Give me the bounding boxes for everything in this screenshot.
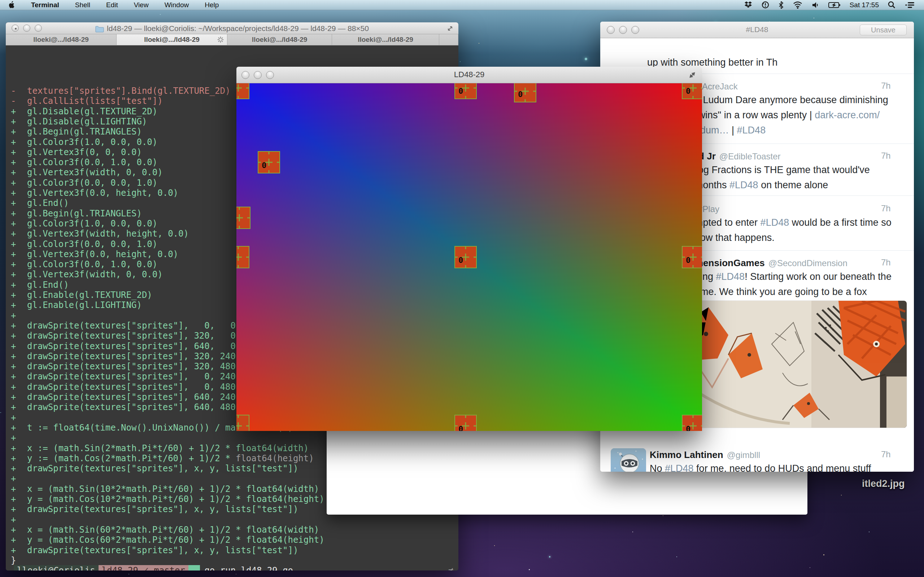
diff-code: drawSprite(textures["sprites"], x, y, li… xyxy=(27,463,298,474)
apple-icon xyxy=(8,1,15,9)
diff-marker: + xyxy=(11,249,27,259)
tweet-link[interactable]: #LD48 xyxy=(665,463,694,472)
notification-center-icon[interactable] xyxy=(900,0,919,10)
diff-marker: + xyxy=(11,259,27,269)
tweet-avatar-robot[interactable] xyxy=(611,448,646,472)
diff-marker: + xyxy=(11,229,27,239)
bluetooth-icon[interactable] xyxy=(774,0,788,10)
star xyxy=(809,567,810,568)
diff-marker: + xyxy=(11,545,27,555)
star xyxy=(663,515,663,516)
terminal-tab[interactable]: lloeki@.../ld48-29 xyxy=(6,34,116,45)
tweet-link[interactable]: #LD48 xyxy=(729,180,758,190)
sync-alert-icon[interactable] xyxy=(757,0,774,10)
terminal-window-title: ld48-29 — lloeki@Coriolis: ~/Workspace/p… xyxy=(6,24,459,34)
diff-code: gl.Vertex3f(width, height, 0.0) xyxy=(27,229,189,239)
app-menu-terminal[interactable]: Terminal xyxy=(23,0,67,10)
resize-icon[interactable] xyxy=(447,25,453,33)
tweet-link[interactable]: #LD48 xyxy=(761,217,789,228)
desktop-file-label[interactable]: itled2.jpg xyxy=(862,478,905,489)
unsave-button[interactable]: Unsave xyxy=(860,24,907,35)
tweet-text: on theme alone xyxy=(758,180,828,190)
tweet-photo-fox-sketches[interactable] xyxy=(674,301,907,428)
prompt-right-symbol: ≠ xyxy=(448,566,453,571)
star xyxy=(549,556,551,558)
menu-clock[interactable]: Sat 17:55 xyxy=(845,0,883,10)
tweet-link[interactable]: #LD48 xyxy=(716,271,745,282)
svg-text:0: 0 xyxy=(459,424,463,431)
svg-text:0: 0 xyxy=(262,161,267,170)
diff-code: gl.Enable(gl.TEXTURE_2D) xyxy=(27,290,152,300)
diff-marker: + xyxy=(11,453,27,463)
diff-code: y = (math.Cos(60*2*math.Pi*t/60) + 1)/2 … xyxy=(27,535,325,545)
diff-code: gl.End() xyxy=(27,198,69,208)
diff-marker: + xyxy=(11,433,27,443)
star xyxy=(494,545,495,546)
folder-icon xyxy=(95,26,104,34)
terminal-tab[interactable]: lloeki@.../ld48-29 xyxy=(332,34,439,45)
diff-code: textures["sprites"].Bind(gl.TEXTURE_2D) xyxy=(27,86,231,96)
svg-text:0: 0 xyxy=(686,424,690,431)
gl-sprite: 0 xyxy=(682,246,702,268)
tweet-author-name[interactable]: Kimmo Lahtinen xyxy=(650,449,723,460)
prompt-command[interactable]: go run ld48-29.go xyxy=(200,565,296,571)
tweet-author-handle[interactable]: @gimblll xyxy=(727,450,760,460)
tweet-author-name[interactable]: mensionGames xyxy=(695,258,765,268)
terminal-tab-label: lloeki@.../ld48-29 xyxy=(252,36,307,44)
star xyxy=(677,556,677,557)
tweet-link[interactable]: dark-acre.com/ xyxy=(815,110,880,121)
tweet-text: ! Starting work on our beneath the xyxy=(745,271,892,282)
tweet-timestamp: 7h xyxy=(881,258,891,268)
battery-icon[interactable] xyxy=(824,0,845,10)
diff-marker: + xyxy=(11,311,27,321)
star xyxy=(632,532,633,532)
diff-code: gl.Disable(gl.LIGHTING) xyxy=(27,116,147,127)
volume-icon[interactable] xyxy=(807,0,824,10)
diff-marker: + xyxy=(11,371,27,382)
star xyxy=(160,14,161,15)
diff-code: gl.Vertex3f(width, 0, 0.0) xyxy=(27,269,163,279)
diff-marker: + xyxy=(11,351,27,361)
menu-shell[interactable]: Shell xyxy=(67,0,98,10)
terminal-tab[interactable] xyxy=(439,34,459,45)
svg-text:0: 0 xyxy=(686,87,690,95)
wifi-icon[interactable] xyxy=(788,0,807,10)
terminal-tab-label: lloeki@.../ld48-29 xyxy=(33,36,89,44)
diff-marker: + xyxy=(11,525,27,535)
resize-icon[interactable] xyxy=(688,71,696,81)
apple-menu[interactable] xyxy=(0,0,23,10)
diff-marker: + xyxy=(11,515,27,525)
star xyxy=(529,569,530,570)
menu-window[interactable]: Window xyxy=(157,0,197,10)
diff-marker: + xyxy=(11,321,27,331)
tweet-author-handle[interactable]: @SecondDimension xyxy=(769,258,848,268)
diff-code: drawSprite(textures["sprites"], x, y, li… xyxy=(27,545,298,555)
diff-marker: + xyxy=(11,494,27,504)
gl-sprite: 0 xyxy=(236,415,249,431)
diff-code: gl.Begin(gl.TRIANGLES) xyxy=(27,127,142,137)
dropbox-icon[interactable] xyxy=(740,0,757,10)
diff-marker: + xyxy=(11,147,27,157)
diff-code: gl.Color3f(0.0, 1.0, 0.0) xyxy=(27,157,157,167)
menu-help[interactable]: Help xyxy=(197,0,227,10)
twitter-titlebar[interactable]: #LD48 Unsave xyxy=(600,22,914,38)
svg-text:0: 0 xyxy=(459,256,463,265)
star xyxy=(478,43,479,44)
star xyxy=(460,61,460,62)
tab-busy-spinner-icon xyxy=(217,36,224,45)
gl-titlebar[interactable]: LD48-29 xyxy=(236,67,702,83)
diff-marker: + xyxy=(11,239,27,249)
tweet-author-handle[interactable]: @EdibleToaster xyxy=(719,152,781,161)
diff-code: gl.Color3f(0.0, 0.0, 1.0) xyxy=(27,239,157,249)
tweet-text-line: o Ludum Dare anymore because diminishing xyxy=(695,95,888,106)
menu-view[interactable]: View xyxy=(126,0,157,10)
menu-edit[interactable]: Edit xyxy=(98,0,126,10)
tweet-text: mpted to enter xyxy=(695,217,761,228)
terminal-tab[interactable]: lloeki@.../ld48-29 xyxy=(228,34,332,45)
tweet-link[interactable]: #LD48 xyxy=(737,125,766,135)
tweet-text: ame. We think you are going to be a fox xyxy=(695,286,867,297)
diff-code: gl.Vertex3f(0.0, height, 0.0) xyxy=(27,188,178,198)
spotlight-icon[interactable] xyxy=(883,0,900,10)
terminal-titlebar[interactable]: ld48-29 — lloeki@Coriolis: ~/Workspace/p… xyxy=(6,23,459,34)
terminal-tab[interactable]: lloeki@.../ld48-29 xyxy=(116,34,228,45)
